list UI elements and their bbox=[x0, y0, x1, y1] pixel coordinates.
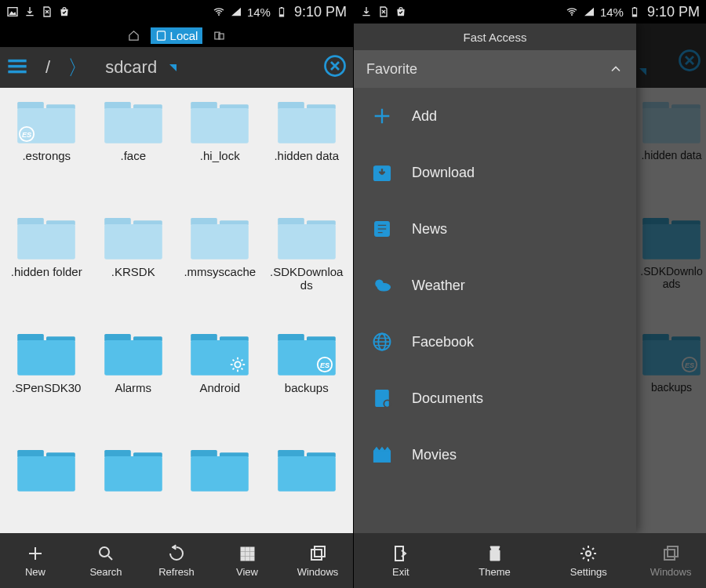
svg-rect-79 bbox=[311, 550, 322, 560]
folder-item[interactable]: Android bbox=[176, 328, 264, 444]
shop-status-icon bbox=[395, 5, 407, 18]
folder-item[interactable]: .mmsyscache bbox=[176, 212, 264, 328]
folder-item[interactable]: .SDKDownloads bbox=[264, 212, 351, 328]
battery-icon bbox=[275, 5, 288, 18]
svg-rect-37 bbox=[191, 224, 249, 260]
wifi-icon bbox=[566, 5, 578, 18]
folder-label: .hi_lock bbox=[200, 149, 240, 162]
folder-icon bbox=[15, 328, 78, 378]
path-dropdown-icon[interactable] bbox=[169, 64, 176, 71]
folder-item[interactable]: .KRSDK bbox=[90, 212, 177, 328]
panel-item-weather[interactable]: Weather bbox=[354, 257, 636, 314]
weather-icon bbox=[371, 274, 393, 296]
svg-rect-2 bbox=[26, 15, 33, 16]
chevron-up-icon bbox=[608, 61, 624, 77]
movie-icon bbox=[371, 444, 393, 466]
file-grid: ES .estrongs .face .hi_lock .hidden data… bbox=[0, 88, 353, 533]
folder-label: .mmsyscache bbox=[184, 265, 256, 278]
folder-item[interactable] bbox=[3, 444, 90, 533]
folder-item[interactable]: Alarms bbox=[90, 328, 177, 444]
tab-home[interactable] bbox=[123, 28, 144, 43]
folder-item[interactable]: .face bbox=[90, 96, 177, 212]
dim-overlay[interactable] bbox=[636, 24, 706, 533]
svg-rect-86 bbox=[634, 7, 636, 8]
action-search[interactable]: Search bbox=[71, 533, 141, 588]
download-icon bbox=[371, 162, 393, 183]
svg-rect-73 bbox=[241, 552, 245, 556]
folder-label: .hidden data bbox=[274, 149, 339, 162]
pane-right: 14% 9:10 PM .hidden data .SDKDownloads E… bbox=[353, 0, 706, 588]
download-status-icon bbox=[360, 5, 373, 18]
es-badge-icon: ES bbox=[316, 356, 333, 373]
panel-item-label: Facebook bbox=[412, 334, 474, 350]
panel-item-documents[interactable]: Documents bbox=[354, 370, 636, 426]
svg-rect-75 bbox=[250, 552, 254, 556]
docs-icon bbox=[371, 387, 393, 409]
svg-rect-28 bbox=[278, 108, 336, 143]
folder-label: .face bbox=[120, 149, 146, 162]
action-theme[interactable]: Theme bbox=[448, 533, 542, 588]
svg-rect-13 bbox=[8, 71, 26, 74]
panel-title: Fast Access bbox=[354, 24, 636, 50]
svg-point-112 bbox=[586, 551, 591, 556]
path-current[interactable]: sdcard bbox=[94, 57, 168, 78]
picture-icon bbox=[6, 5, 19, 18]
folder-item[interactable]: .SPenSDK30 bbox=[3, 328, 90, 444]
folder-item[interactable]: .hidden data bbox=[264, 96, 351, 212]
folder-item[interactable] bbox=[90, 444, 177, 533]
folder-icon bbox=[188, 212, 251, 262]
svg-rect-31 bbox=[17, 224, 75, 260]
panel-item-facebook[interactable]: Facebook bbox=[354, 314, 636, 370]
close-tab-button[interactable] bbox=[323, 54, 347, 81]
folder-item[interactable] bbox=[176, 444, 264, 533]
svg-point-82 bbox=[571, 14, 573, 16]
svg-rect-8 bbox=[157, 31, 165, 39]
signal-icon bbox=[583, 5, 595, 18]
path-root[interactable]: / bbox=[35, 57, 61, 78]
action-windows[interactable]: Windows bbox=[635, 533, 706, 588]
panel-item-add[interactable]: Add bbox=[354, 88, 636, 144]
folder-item[interactable]: .hi_lock bbox=[176, 96, 264, 212]
action-new[interactable]: New bbox=[0, 533, 71, 588]
svg-rect-34 bbox=[104, 224, 162, 260]
action-exit[interactable]: Exit bbox=[354, 533, 448, 588]
svg-rect-114 bbox=[668, 546, 678, 557]
folder-label: Android bbox=[199, 381, 240, 394]
clock-time: 9:10 PM bbox=[294, 4, 347, 20]
panel-item-movies[interactable]: Movies bbox=[354, 426, 636, 483]
action-windows[interactable]: Windows bbox=[282, 533, 353, 588]
folder-icon bbox=[188, 328, 251, 378]
svg-rect-108 bbox=[376, 390, 388, 407]
folder-label: Alarms bbox=[115, 381, 151, 394]
action-refresh[interactable]: Refresh bbox=[141, 533, 212, 588]
doc-status-icon bbox=[41, 5, 53, 18]
tab-devices[interactable] bbox=[209, 28, 230, 43]
svg-text:ES: ES bbox=[320, 361, 330, 369]
svg-rect-110 bbox=[374, 451, 391, 462]
folder-item[interactable]: ES backups bbox=[264, 328, 351, 444]
svg-rect-72 bbox=[250, 547, 254, 551]
svg-rect-78 bbox=[250, 557, 254, 561]
folder-label: .hidden folder bbox=[11, 265, 82, 278]
panel-item-label: Add bbox=[412, 108, 437, 125]
folder-item[interactable]: ES .estrongs bbox=[3, 96, 90, 212]
action-view[interactable]: View bbox=[212, 533, 282, 588]
battery-icon bbox=[628, 5, 641, 18]
chevron-right-icon: 〉 bbox=[67, 54, 88, 82]
folder-item[interactable] bbox=[264, 444, 351, 533]
action-settings[interactable]: Settings bbox=[541, 533, 635, 588]
panel-item-news[interactable]: News bbox=[354, 201, 636, 257]
tab-local[interactable]: Local bbox=[151, 27, 203, 44]
path-bar: / 〉 sdcard bbox=[0, 47, 353, 88]
battery-percent: 14% bbox=[247, 5, 271, 19]
svg-rect-11 bbox=[8, 60, 26, 63]
svg-rect-77 bbox=[246, 557, 249, 561]
svg-rect-61 bbox=[104, 456, 162, 492]
panel-list: Add Download News Weather Facebook Docum… bbox=[354, 88, 636, 533]
panel-section-favorite[interactable]: Favorite bbox=[354, 50, 636, 88]
svg-point-3 bbox=[218, 14, 220, 16]
folder-item[interactable]: .hidden folder bbox=[3, 212, 90, 328]
status-bar: 14% 9:10 PM bbox=[0, 0, 353, 24]
menu-button[interactable] bbox=[6, 55, 28, 80]
panel-item-download[interactable]: Download bbox=[354, 144, 636, 201]
